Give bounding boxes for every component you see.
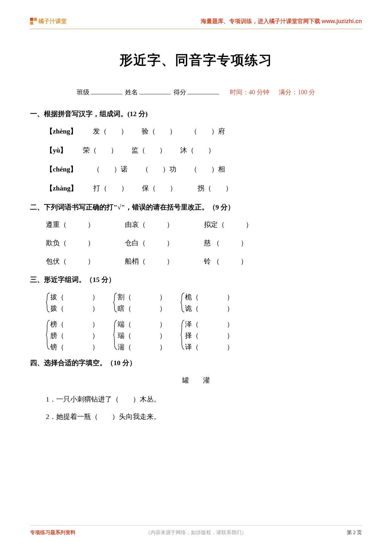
- bracket-item: 镑（ ）: [50, 342, 99, 352]
- bracket-group: 泽（ ） 择（ ） 译（ ）: [181, 320, 234, 352]
- worksheet-title: 形近字、同音字专项练习: [30, 51, 362, 69]
- section1-row-3: 【zhàng】打（ ） 保（ ） 拐（ ）: [46, 184, 362, 193]
- pinyin-items: 打（ ） 保（ ） 拐（ ）: [93, 184, 232, 192]
- section3-row-1: 榜（ ） 膀（ ） 镑（ ） 端（ ） 瑞（ ） 湍（ ） 泽（ ）: [46, 320, 362, 352]
- logo-area: 橘子汁课堂: [30, 17, 67, 25]
- student-info-line: 班级 姓名 得分 时间：40 分钟 满分：100 分: [30, 88, 362, 97]
- bracket-group: 拔（ ） 拨（ ）: [46, 292, 99, 313]
- footer-right: 第 2 页: [347, 529, 362, 536]
- class-blank[interactable]: [91, 94, 122, 94]
- bracket-item: 拨（ ）: [50, 304, 99, 313]
- bracket-item: 瑞（ ）: [118, 331, 166, 340]
- section3-container: 拔（ ） 拨（ ） 割（ ） 瞎（ ） 桅（ ） 诡（ ）: [46, 292, 362, 352]
- section2-item: 欺负（ ）: [46, 238, 109, 248]
- class-label: 班级: [77, 89, 89, 96]
- logo-text: 橘子汁课堂: [38, 17, 67, 25]
- page-footer: 专项练习题系列资料 （内容来源于网络，如涉版权，请联系我们） 第 2 页: [30, 525, 362, 536]
- bracket-item: 择（ ）: [185, 331, 234, 340]
- section2-item: 由哀（ ）: [125, 220, 188, 229]
- bracket-item: 译（ ）: [185, 342, 234, 352]
- bracket-item: 榜（ ）: [50, 320, 99, 329]
- bracket-item: 泽（ ）: [185, 320, 234, 329]
- bracket-item: 拔（ ）: [50, 292, 99, 302]
- left-brace-icon: [46, 320, 50, 350]
- section2-row-2: 包伏（ ） 船梢（ ） 铃 （ ）: [46, 257, 362, 266]
- left-brace-icon: [113, 292, 118, 313]
- pinyin-label: 【yù】: [46, 146, 67, 154]
- section2-item: 铃 （ ）: [204, 257, 267, 266]
- left-brace-icon: [181, 320, 185, 350]
- bracket-group: 榜（ ） 膀（ ） 镑（ ）: [46, 320, 99, 352]
- section2-item: 船梢（ ）: [125, 257, 188, 266]
- time-label: 时间：40 分钟: [230, 89, 269, 96]
- bracket-item: 瞎（ ）: [118, 304, 166, 313]
- left-brace-icon: [113, 320, 118, 350]
- section2-item: 遵重（ ）: [46, 220, 109, 229]
- bracket-item: 端（ ）: [118, 320, 166, 329]
- pinyin-items: 荣（ ） 监（ ） 沐（ ）: [83, 146, 215, 154]
- footer-center: （内容来源于网络，如涉版权，请联系我们）: [145, 529, 247, 536]
- section2-item: 拟定（ ）: [204, 220, 267, 229]
- section3-title: 三、形近字组词。（15 分）: [30, 275, 362, 284]
- bracket-item: 桅（ ）: [185, 292, 234, 302]
- score-label: 得分: [174, 89, 186, 96]
- bracket-group: 桅（ ） 诡（ ）: [181, 292, 234, 313]
- section4-choices: 罐 灌: [30, 376, 362, 385]
- bracket-item: 割（ ）: [118, 292, 166, 302]
- footer-left: 专项练习题系列资料: [30, 529, 76, 536]
- logo-icon: [30, 18, 37, 25]
- name-blank[interactable]: [139, 94, 171, 94]
- section1-row-1: 【yù】荣（ ） 监（ ） 沐（ ）: [46, 146, 362, 155]
- pinyin-items: 发（ ） 验（ ） （ ）府: [93, 127, 225, 135]
- bracket-item: 膀（ ）: [50, 331, 99, 340]
- section2-item: 仓白（ ）: [125, 238, 188, 248]
- section1-row-2: 【chéng】（ ）诺 （ ）功 （ ）相: [46, 165, 362, 174]
- page-header: 橘子汁课堂 海量题库、专项训练，进入橘子汁课堂官网下载 www.juzizhi.…: [30, 17, 362, 29]
- full-score-label: 满分：100 分: [279, 89, 315, 96]
- section4-item-0: 1．一只小刺猬钻进了（ ）木丛。: [46, 395, 362, 404]
- bracket-group: 端（ ） 瑞（ ） 湍（ ）: [113, 320, 166, 352]
- section2-row-0: 遵重（ ） 由哀（ ） 拟定（ ）: [46, 220, 362, 229]
- section2-item: 包伏（ ）: [46, 257, 109, 266]
- pinyin-label: 【chéng】: [46, 165, 77, 173]
- left-brace-icon: [181, 292, 185, 313]
- bracket-group: 割（ ） 瞎（ ）: [113, 292, 166, 313]
- left-brace-icon: [46, 292, 50, 313]
- header-right-text: 海量题库、专项训练，进入橘子汁课堂官网下载 www.juzizhi.cn: [201, 17, 362, 25]
- bracket-item: 湍（ ）: [118, 342, 166, 352]
- pinyin-label: 【zhèng】: [46, 127, 77, 135]
- section4-item-1: 2．她提着一瓶（ ）头向我走来。: [46, 412, 362, 421]
- name-label: 姓名: [125, 89, 138, 96]
- worksheet-page: 橘子汁课堂 海量题库、专项训练，进入橘子汁课堂官网下载 www.juzizhi.…: [0, 0, 392, 555]
- section2-row-1: 欺负（ ） 仓白（ ） 慈 （ ）: [46, 238, 362, 248]
- section2-title: 二、下列词语书写正确的打"√"，错误的请在括号里改正。（9 分）: [30, 203, 362, 212]
- section1-title: 一、根据拼音写汉字，组成词。(12 分): [30, 109, 362, 119]
- section4-title: 四、选择合适的字填空。（10 分）: [30, 358, 362, 368]
- section2-item: 慈 （ ）: [204, 238, 267, 248]
- bracket-item: 诡（ ）: [185, 304, 234, 313]
- section1-row-0: 【zhèng】发（ ） 验（ ） （ ）府: [46, 127, 362, 136]
- pinyin-items: （ ）诺 （ ）功 （ ）相: [93, 165, 225, 173]
- pinyin-label: 【zhàng】: [46, 184, 77, 192]
- section3-row-0: 拔（ ） 拨（ ） 割（ ） 瞎（ ） 桅（ ） 诡（ ）: [46, 292, 362, 313]
- score-blank[interactable]: [187, 94, 219, 94]
